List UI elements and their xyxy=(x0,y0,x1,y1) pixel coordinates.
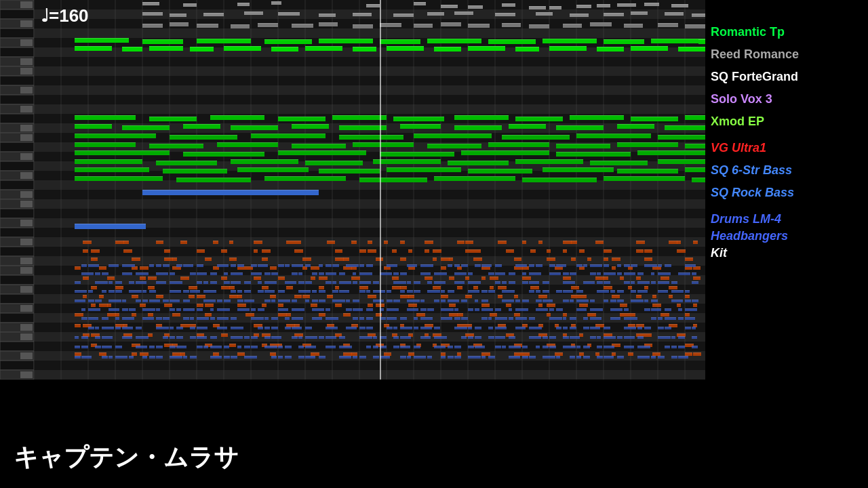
track-label-xmod-ep: Xmod EP xyxy=(705,113,868,130)
track-label-headbangers: Headbangers xyxy=(705,228,868,245)
tempo-display: ♩=160 xyxy=(41,5,89,26)
piano-roll-area: ♩=160 Romantic Tp Reed Romance SQ ForteG… xyxy=(0,0,868,380)
artist-name: キャプテン・ムラサ xyxy=(14,441,239,474)
track-label-drums-lm4: Drums LM-4 xyxy=(705,211,868,228)
track-label-sq-fortegrand: SQ ForteGrand xyxy=(705,68,868,85)
track-label-sq-rock-bass: SQ Rock Bass xyxy=(705,184,868,201)
note-canvas xyxy=(34,0,705,380)
track-label-reed-romance: Reed Romance xyxy=(705,46,868,63)
track-label-kit: Kit xyxy=(705,245,868,262)
track-label-sq-6str-bass: SQ 6-Str Bass xyxy=(705,162,868,179)
playhead xyxy=(380,0,381,380)
piano-keys xyxy=(0,0,34,380)
grid-area xyxy=(34,0,705,380)
track-labels: Romantic Tp Reed Romance SQ ForteGrand S… xyxy=(705,0,868,380)
track-label-solo-vox: Solo Vox 3 xyxy=(705,91,868,108)
bottom-area: キャプテン・ムラサ xyxy=(0,380,868,488)
track-label-romantic-tp: Romantic Tp xyxy=(705,24,868,41)
track-label-vg-ultra1: VG Ultra1 xyxy=(705,140,868,157)
